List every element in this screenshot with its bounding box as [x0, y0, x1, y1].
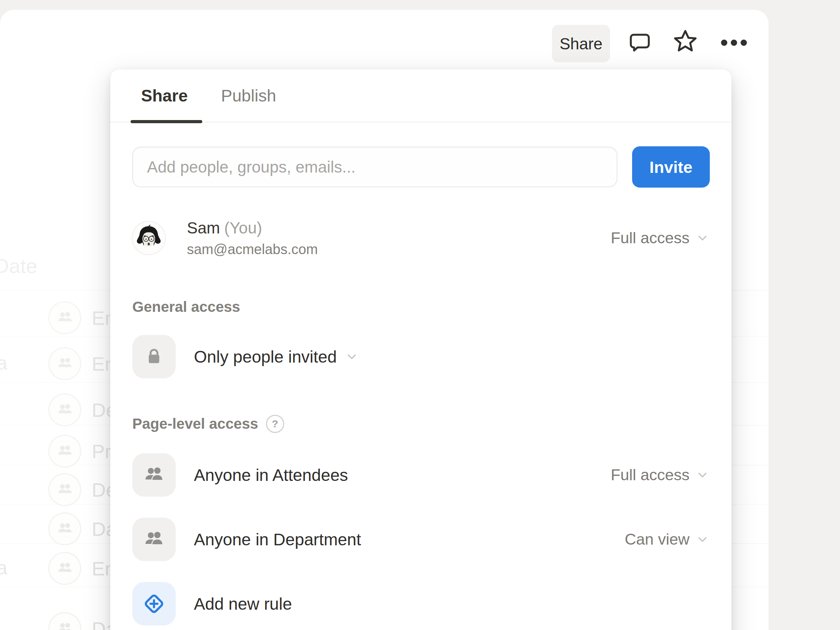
add-people-input[interactable] [132, 147, 617, 187]
rule-access-dropdown[interactable]: Can view [625, 530, 710, 548]
rule-access-value: Can view [625, 530, 690, 548]
people-icon [142, 463, 166, 487]
avatar [132, 221, 165, 254]
chevron-down-icon [344, 349, 359, 364]
people-icon [142, 527, 166, 551]
chevron-down-icon [695, 231, 710, 245]
rule-row-department: Anyone in Department Can view [132, 518, 710, 561]
rule-access-value: Full access [611, 466, 690, 484]
member-access-dropdown[interactable]: Full access [611, 229, 710, 247]
chevron-down-icon [695, 467, 710, 482]
share-dialog: Share Publish Invite [110, 69, 731, 630]
rule-access-dropdown[interactable]: Full access [611, 466, 710, 484]
member-access-value: Full access [611, 229, 690, 247]
share-button[interactable]: Share [552, 25, 610, 62]
chevron-down-icon [695, 532, 710, 547]
member-you-suffix: (You) [224, 219, 262, 237]
member-email: sam@acmelabs.com [187, 242, 318, 257]
add-rule-tile [132, 582, 176, 625]
member-name: Sam [187, 219, 220, 237]
app-page: Date a a Eng Eng Des Pro [0, 10, 769, 630]
dialog-tabs: Share Publish [110, 69, 731, 123]
help-icon[interactable]: ? [266, 415, 284, 433]
invite-button[interactable]: Invite [632, 146, 710, 188]
member-info: Sam(You) sam@acmelabs.com [187, 218, 318, 257]
general-access-value: Only people invited [194, 347, 337, 366]
comment-icon[interactable] [628, 30, 652, 55]
general-access-dropdown[interactable]: Only people invited [194, 347, 359, 366]
add-rule-label: Add new rule [194, 594, 292, 614]
people-tile [132, 453, 176, 497]
page-level-access-title-row: Page-level access ? [132, 415, 710, 433]
general-access-title: General access [132, 298, 710, 315]
general-access-row: Only people invited [132, 335, 710, 378]
invite-row: Invite [132, 146, 710, 188]
lock-icon [143, 346, 165, 368]
rule-row-attendees: Anyone in Attendees Full access [132, 453, 710, 497]
people-tile [132, 518, 176, 561]
page-level-access-title: Page-level access [132, 415, 258, 432]
add-new-rule-row[interactable]: Add new rule [132, 582, 710, 625]
tab-share[interactable]: Share [141, 86, 188, 105]
more-ellipsis-icon[interactable] [718, 38, 750, 47]
active-tab-underline [131, 120, 202, 123]
lock-tile [132, 335, 176, 378]
tab-publish[interactable]: Publish [221, 86, 276, 105]
star-icon[interactable] [671, 27, 699, 55]
member-row: Sam(You) sam@acmelabs.com Full access [132, 218, 710, 257]
rule-label: Anyone in Attendees [194, 466, 348, 485]
rule-label: Anyone in Department [194, 530, 361, 549]
diamond-plus-icon [142, 592, 166, 616]
